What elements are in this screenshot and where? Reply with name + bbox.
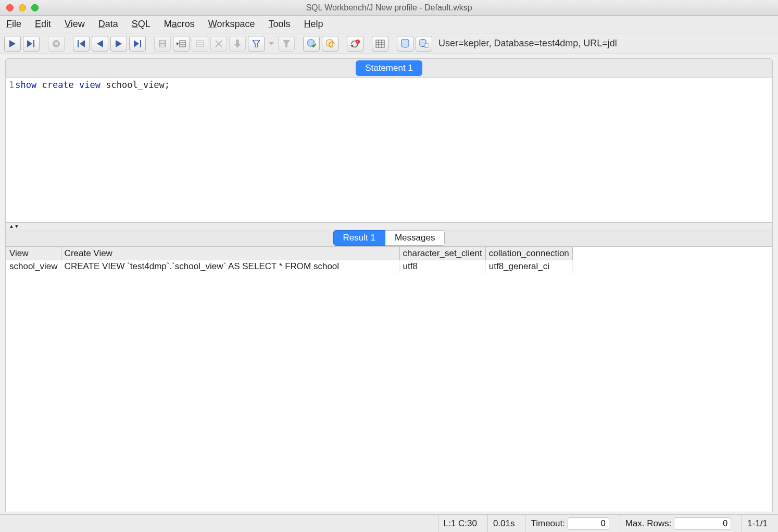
- exec-time: 0.01s: [487, 515, 520, 532]
- clear-filter-button[interactable]: [278, 36, 295, 52]
- sql-editor[interactable]: 1show create view school_view;: [5, 77, 773, 223]
- cell-create-view[interactable]: CREATE VIEW `test4dmp`.`school_view` AS …: [61, 260, 399, 273]
- svg-rect-10: [140, 40, 141, 47]
- first-icon: [78, 40, 85, 47]
- cell-charset[interactable]: utf8: [399, 260, 485, 273]
- svg-marker-23: [234, 40, 241, 48]
- stop-icon: [52, 40, 60, 48]
- menu-sql[interactable]: SQL: [132, 19, 150, 30]
- play-icon: [9, 40, 16, 47]
- play-cursor-icon: [27, 40, 35, 47]
- db-icon: [401, 39, 409, 48]
- cell-collation[interactable]: utf8_general_ci: [485, 260, 572, 273]
- svg-rect-18: [196, 41, 204, 47]
- prev-icon: [97, 40, 103, 47]
- menu-help[interactable]: Help: [304, 19, 323, 30]
- pin-button[interactable]: [229, 36, 246, 52]
- connection-info: User=kepler, Database=test4dmp, URL=jdl: [438, 38, 617, 49]
- prev-button[interactable]: [92, 36, 108, 52]
- svg-rect-4: [55, 42, 58, 45]
- funnel-icon: [253, 40, 260, 47]
- filter-button[interactable]: [248, 36, 265, 52]
- table-row[interactable]: school_view CREATE VIEW `test4dmp`.`scho…: [6, 260, 573, 273]
- result-tabs-row: Result 1 Messages: [5, 229, 773, 247]
- svg-rect-12: [160, 41, 165, 43]
- svg-marker-6: [80, 40, 85, 47]
- menu-macros[interactable]: Macros: [164, 19, 195, 30]
- tab-statement-1[interactable]: Statement 1: [356, 60, 422, 76]
- line-number: 1: [9, 80, 14, 90]
- row-range: 1-1/1: [742, 515, 773, 532]
- timeout-section: Timeout:: [525, 515, 614, 532]
- cell-view[interactable]: school_view: [6, 260, 61, 273]
- last-icon: [134, 40, 141, 47]
- svg-marker-1: [27, 40, 32, 47]
- svg-marker-7: [97, 40, 103, 47]
- window-titlebar: SQL Workbench/J New profile - Default.wk…: [0, 0, 778, 16]
- funnel-solid-icon: [283, 40, 290, 47]
- insert-row-button[interactable]: [173, 36, 190, 52]
- first-button[interactable]: [73, 36, 90, 52]
- svg-marker-24: [253, 40, 260, 47]
- next-button[interactable]: [110, 36, 127, 52]
- svg-rect-32: [376, 40, 384, 47]
- rollback-button[interactable]: [322, 36, 338, 52]
- db-explorer-button[interactable]: [397, 36, 413, 52]
- x-icon: [215, 40, 222, 47]
- grid-plus-icon: [375, 40, 385, 48]
- svg-rect-13: [160, 44, 165, 47]
- col-collation[interactable]: collation_connection: [485, 247, 572, 260]
- splitter[interactable]: ▲▼: [5, 223, 773, 229]
- run-current-button[interactable]: [23, 36, 40, 52]
- window-title: SQL Workbench/J New profile - Default.wk…: [0, 3, 778, 12]
- svg-marker-17: [177, 42, 179, 45]
- svg-rect-2: [33, 40, 34, 47]
- run-button[interactable]: [4, 36, 21, 52]
- timeout-label: Timeout:: [531, 518, 565, 529]
- result-grid[interactable]: View Create View character_set_client co…: [5, 247, 773, 512]
- insert-row-icon: [177, 40, 186, 47]
- menu-view[interactable]: View: [65, 19, 85, 30]
- maxrows-input[interactable]: [674, 517, 731, 530]
- delete-row-button[interactable]: [210, 36, 227, 52]
- svg-rect-14: [180, 41, 185, 47]
- maxrows-label: Max. Rows:: [625, 518, 672, 529]
- commit-button[interactable]: [303, 36, 320, 52]
- col-charset[interactable]: character_set_client: [399, 247, 485, 260]
- menu-edit[interactable]: Edit: [35, 19, 51, 30]
- arrow-error-icon: !: [350, 40, 360, 48]
- svg-marker-0: [9, 40, 16, 47]
- col-view[interactable]: View: [6, 247, 61, 260]
- copy-row-button[interactable]: [192, 36, 208, 52]
- db-new-icon: [419, 39, 429, 48]
- db-undo-icon: [325, 39, 335, 48]
- menu-workspace[interactable]: Workspace: [208, 19, 255, 30]
- menu-tools[interactable]: Tools: [269, 19, 291, 30]
- tab-result-1[interactable]: Result 1: [333, 230, 385, 246]
- svg-rect-5: [78, 40, 79, 47]
- editor-text: school_view;: [101, 80, 170, 90]
- svg-marker-8: [116, 40, 122, 47]
- last-button[interactable]: [129, 36, 146, 52]
- menu-file[interactable]: File: [6, 19, 21, 30]
- db-check-icon: [307, 39, 316, 48]
- pin-icon: [234, 40, 241, 48]
- work-area: Statement 1 1show create view school_vie…: [0, 54, 778, 514]
- menu-data[interactable]: Data: [98, 19, 118, 30]
- svg-marker-9: [134, 40, 139, 47]
- new-db-explorer-button[interactable]: [416, 36, 432, 52]
- filter-dropdown[interactable]: [267, 36, 276, 52]
- timeout-input[interactable]: [568, 517, 609, 530]
- stop-button[interactable]: [48, 36, 65, 52]
- toolbar: ! User=kepler, Database=test4dmp, URL=jd…: [0, 33, 778, 54]
- save-button[interactable]: [154, 36, 171, 52]
- tab-messages[interactable]: Messages: [385, 230, 445, 246]
- cursor-position: L:1 C:30: [438, 515, 482, 532]
- stop-on-error-button[interactable]: !: [347, 36, 363, 52]
- col-create-view[interactable]: Create View: [61, 247, 399, 260]
- append-result-button[interactable]: [372, 36, 388, 52]
- svg-rect-39: [425, 44, 429, 47]
- copy-row-icon: [195, 40, 205, 47]
- editor-keywords: show create view: [15, 80, 101, 90]
- statement-tabs: Statement 1: [5, 58, 773, 77]
